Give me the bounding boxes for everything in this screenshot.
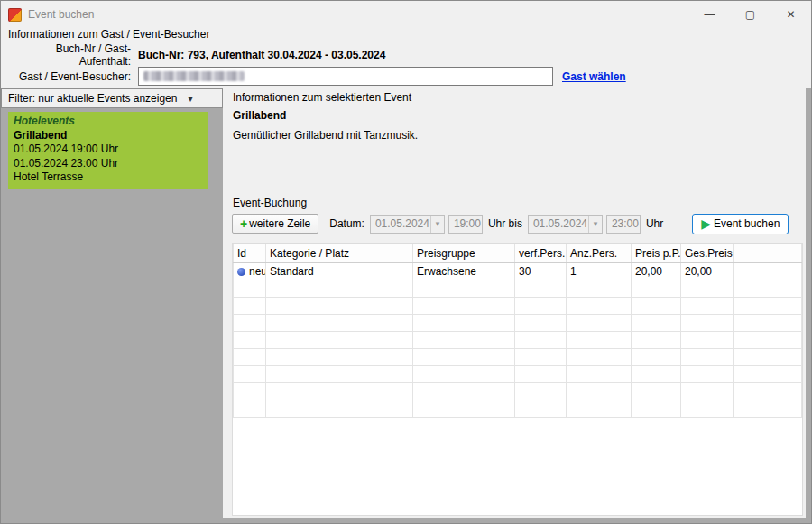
cell-verf-pers: 30 [515, 263, 567, 280]
table-row[interactable]: neu Standard Erwachsene 30 1 20,00 20,00 [234, 263, 802, 280]
table-row-empty [234, 400, 802, 418]
close-button[interactable]: ✕ [770, 1, 811, 28]
guest-group-label: Informationen zum Gast / Event-Besucher [8, 28, 804, 41]
chevron-down-icon: ▾ [588, 216, 602, 233]
table-row-empty [234, 332, 802, 349]
booking-number-row: Buch-Nr / Gast-Aufenthalt: Buch-Nr: 793,… [8, 45, 804, 64]
col-header-preis-pp: Preis p.P. [632, 244, 681, 263]
window-controls: — ▢ ✕ [689, 1, 811, 28]
until-label: Uhr bis [488, 217, 522, 230]
event-start: 01.05.2024 19:00 Uhr [14, 142, 202, 157]
plus-icon: + [240, 217, 247, 230]
main-area: Filter: nur aktuelle Events anzeigen ▾ H… [1, 88, 811, 523]
event-end: 01.05.2024 23:00 Uhr [14, 157, 202, 171]
cell-preis-pp: 20,00 [632, 263, 681, 280]
event-list-item-selected[interactable]: Hotelevents Grillabend 01.05.2024 19:00 … [8, 112, 208, 189]
titlebar: Event buchen — ▢ ✕ [1, 1, 811, 28]
selected-event-description: Gemütlicher Grillabend mit Tanzmusik. [233, 129, 418, 142]
guest-row: Gast / Event-Besucher: Gast wählen [8, 67, 804, 86]
filter-value: nur aktuelle Events anzeigen [38, 92, 177, 105]
table-row-empty [234, 349, 802, 366]
minimize-button[interactable]: — [689, 1, 730, 28]
event-category: Hotelevents [14, 115, 202, 129]
selected-event-group-label: Informationen zum selektierten Event [233, 91, 418, 104]
maximize-button[interactable]: ▢ [730, 1, 770, 28]
event-booking-group-label: Event-Buchung [233, 197, 307, 209]
date-to-picker: 01.05.2024 ▾ [528, 215, 603, 234]
event-filter-dropdown[interactable]: Filter: nur aktuelle Events anzeigen ▾ [1, 88, 223, 108]
event-list-panel: Filter: nur aktuelle Events anzeigen ▾ H… [1, 88, 223, 523]
book-event-button[interactable]: ▶ Event buchen [692, 214, 789, 234]
booking-table-body: neu Standard Erwachsene 30 1 20,00 20,00 [234, 263, 802, 418]
cell-ges-preis: 20,00 [681, 263, 734, 280]
filter-label: Filter: [8, 92, 35, 105]
booking-number-value: Buch-Nr: 793, Aufenthalt 30.04.2024 - 03… [138, 49, 385, 61]
date-label: Datum: [329, 217, 364, 230]
uhr-label: Uhr [646, 217, 663, 230]
chevron-down-icon: ▾ [188, 94, 192, 104]
date-to-value: 01.05.2024 [533, 217, 587, 230]
time-from-field: 19:00 [448, 215, 483, 234]
app-icon [8, 8, 22, 22]
cell-anz-pers[interactable]: 1 [567, 263, 632, 280]
selected-event-name: Grillabend [233, 109, 418, 122]
guest-section: Informationen zum Gast / Event-Besucher … [1, 28, 811, 88]
col-header-filler [734, 244, 802, 263]
cell-id: neu [249, 265, 266, 278]
col-header-anz-pers: Anz.Pers. [567, 244, 632, 263]
record-new-icon [237, 268, 245, 276]
guest-name-input[interactable] [138, 67, 553, 86]
cell-kategorie[interactable]: Standard [266, 263, 413, 280]
choose-guest-link[interactable]: Gast wählen [562, 70, 626, 83]
window-title: Event buchen [28, 8, 94, 21]
table-row-empty [234, 383, 802, 400]
event-name: Grillabend [14, 129, 202, 143]
booking-controls: + weitere Zeile Datum: 01.05.2024 ▾ 19:0… [232, 213, 802, 234]
add-row-button[interactable]: + weitere Zeile [232, 214, 318, 234]
table-row-empty [234, 280, 802, 298]
col-header-kategorie: Kategorie / Platz [266, 244, 413, 263]
date-from-value: 01.05.2024 [375, 217, 429, 230]
book-event-label: Event buchen [714, 217, 780, 230]
play-icon: ▶ [701, 217, 711, 230]
guest-label: Gast / Event-Besucher: [8, 70, 131, 83]
booking-number-label: Buch-Nr / Gast-Aufenthalt: [8, 42, 131, 68]
col-header-id: Id [234, 244, 266, 263]
selected-event-info: Informationen zum selektierten Event Gri… [233, 91, 418, 142]
col-header-ges-preis: Ges.Preis [681, 244, 734, 263]
col-header-verf-pers: verf.Pers. [515, 244, 567, 263]
date-from-picker: 01.05.2024 ▾ [370, 215, 445, 234]
time-to-field: 23:00 [606, 215, 641, 234]
table-row-empty [234, 298, 802, 315]
booking-table: Id Kategorie / Platz Preisgruppe verf.Pe… [232, 243, 803, 516]
table-header-row: Id Kategorie / Platz Preisgruppe verf.Pe… [234, 244, 802, 263]
event-detail-panel: Informationen zum selektierten Event Gri… [223, 88, 806, 518]
table-row-empty [234, 366, 802, 383]
guest-name-redacted [143, 71, 245, 81]
event-location: Hotel Terrasse [14, 170, 202, 185]
chevron-down-icon: ▾ [430, 216, 444, 233]
cell-preisgruppe[interactable]: Erwachsene [413, 263, 515, 280]
col-header-preisgruppe: Preisgruppe [413, 244, 515, 263]
add-row-label: weitere Zeile [249, 217, 310, 230]
table-row-empty [234, 315, 802, 332]
event-buchen-window: Event buchen — ▢ ✕ Informationen zum Gas… [0, 0, 812, 524]
